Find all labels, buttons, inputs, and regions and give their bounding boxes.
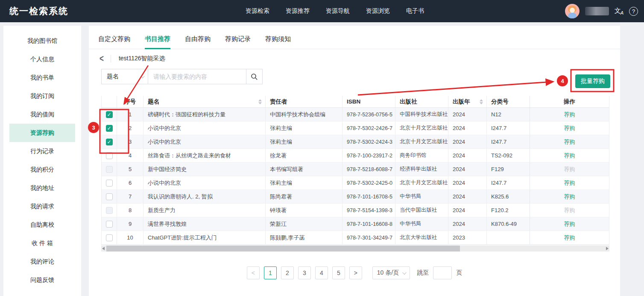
sidebar-item-1[interactable]: 个人信息 xyxy=(3,50,81,68)
recommend-link[interactable]: 荐购 xyxy=(564,234,575,242)
sort-icon[interactable] xyxy=(480,99,483,104)
recommend-link[interactable]: 荐购 xyxy=(564,152,575,160)
action-cell: 荐购 xyxy=(530,149,609,162)
topnav-item-1[interactable]: 资源推荐 xyxy=(286,7,310,15)
page-button-4[interactable]: 4 xyxy=(315,266,328,279)
table-body: 1磅礴时代：强国征程的科技力量中国科学技术协会组编978-7-5236-0756… xyxy=(102,108,609,245)
action-cell: 荐购 xyxy=(530,163,609,176)
col-header-label-6: 分类号 xyxy=(491,98,509,106)
cell-author: 陈颢鹏,李子菡 xyxy=(266,231,342,244)
row-checkbox[interactable] xyxy=(106,139,113,145)
tab-3[interactable]: 荐购记录 xyxy=(225,35,251,49)
page-button-2[interactable]: 2 xyxy=(281,266,294,279)
user-avatar[interactable] xyxy=(565,4,580,18)
search-input[interactable] xyxy=(148,69,246,84)
sidebar-item-5[interactable]: 资源荐购 xyxy=(9,124,75,142)
row-checkbox[interactable] xyxy=(106,234,113,241)
topnav-item-2[interactable]: 资源导航 xyxy=(326,7,350,15)
help-icon[interactable]: ? xyxy=(629,7,638,16)
avatar-body xyxy=(568,13,577,18)
topnav-item-0[interactable]: 资源检索 xyxy=(246,7,269,15)
sidebar-item-10[interactable]: 自助离校 xyxy=(3,216,81,234)
sidebar-item-6[interactable]: 行为记录 xyxy=(3,142,81,160)
sidebar-item-0[interactable]: 我的图书馆 xyxy=(3,32,81,50)
cell-author: 张莉主编 xyxy=(266,135,342,148)
page-button-1[interactable]: 1 xyxy=(264,266,277,279)
sidebar-item-12[interactable]: 我的评论 xyxy=(3,252,81,271)
recommend-link[interactable]: 荐购 xyxy=(564,111,575,118)
sort-icon[interactable] xyxy=(258,99,262,104)
select-all-cell xyxy=(102,96,117,107)
cell-year: 2024 xyxy=(448,149,487,162)
recommend-link[interactable]: 荐购 xyxy=(564,220,575,228)
sidebar-item-9[interactable]: 我的请求 xyxy=(3,197,81,216)
avatar-face xyxy=(570,8,575,13)
tab-1[interactable]: 书目推荐 xyxy=(145,35,170,49)
tab-4[interactable]: 荐购须知 xyxy=(265,35,291,49)
topnav-item-3[interactable]: 资源浏览 xyxy=(366,7,390,15)
cell-no: 4 xyxy=(117,149,143,162)
action-cell: 荐购 xyxy=(530,190,609,203)
cell-no: 5 xyxy=(117,163,143,176)
sidebar-item-7[interactable]: 我的积分 xyxy=(3,160,81,179)
scroll-left-icon[interactable] xyxy=(102,247,105,250)
sidebar-item-11[interactable]: 收 件 箱 xyxy=(3,234,81,252)
cell-title: 新中国经济简史 xyxy=(143,163,266,176)
cell-no: 3 xyxy=(117,135,143,148)
table-row: 6小说中的北京张莉主编978-7-5302-2425-0北京十月文艺出版社202… xyxy=(102,176,609,190)
language-switch-icon[interactable]: 文A xyxy=(615,7,624,15)
tab-0[interactable]: 自定义荐购 xyxy=(98,35,130,49)
cell-isbn: 978-7-5154-1398-3 xyxy=(342,204,395,217)
scrollbar-thumb[interactable] xyxy=(106,246,460,252)
recommend-link[interactable]: 荐购 xyxy=(564,124,575,132)
sidebar-item-3[interactable]: 我的订阅 xyxy=(3,87,81,105)
cell-title: 丝路食语：从丝绸之路走来的食材 xyxy=(143,149,266,162)
sidebar-item-8[interactable]: 我的地址 xyxy=(3,179,81,197)
page-size-select[interactable]: 10 条/页 xyxy=(372,266,410,279)
col-header-1[interactable]: 题名 xyxy=(143,96,266,107)
col-header-label-2: 责任者 xyxy=(270,98,287,106)
topnav-item-4[interactable]: 电子书 xyxy=(406,7,424,15)
cell-publisher: 经济科学出版社 xyxy=(395,163,448,176)
table-row: 8新质生产力钟瑛著978-7-5154-1398-3当代中国出版社2024F12… xyxy=(102,204,609,217)
cell-title: 小说中的北京 xyxy=(143,135,266,148)
cell-class_no: I247.7 xyxy=(487,135,530,148)
jump-page-input[interactable] xyxy=(433,266,452,279)
sort-down-icon xyxy=(258,102,262,104)
col-header-label-1: 题名 xyxy=(148,98,159,106)
cell-year: 2024 xyxy=(448,176,487,189)
col-header-5[interactable]: 出版年 xyxy=(448,96,487,107)
row-checkbox[interactable] xyxy=(106,207,113,214)
batch-recommend-button[interactable]: 批量荐购 xyxy=(575,74,610,88)
recommend-link[interactable]: 荐购 xyxy=(564,193,575,201)
scroll-right-icon[interactable] xyxy=(606,247,609,250)
tab-2[interactable]: 自由荐购 xyxy=(185,35,211,49)
row-checkbox[interactable] xyxy=(106,166,113,173)
table-row: 1磅礴时代：强国征程的科技力量中国科学技术协会组编978-7-5236-0756… xyxy=(102,108,609,121)
cell-class_no: F120.2 xyxy=(487,204,530,217)
back-button[interactable]: < xyxy=(100,53,104,64)
row-checkbox[interactable] xyxy=(106,193,113,200)
row-checkbox[interactable] xyxy=(106,221,113,228)
search-field-select[interactable]: 题名 xyxy=(101,69,148,84)
next-page-button[interactable]: > xyxy=(349,266,362,279)
row-checkbox[interactable] xyxy=(106,180,113,186)
row-checkbox[interactable] xyxy=(106,152,113,159)
row-checkbox[interactable] xyxy=(106,111,113,118)
recommend-link[interactable]: 荐购 xyxy=(564,179,575,187)
sidebar-item-13[interactable]: 问题反馈 xyxy=(3,271,81,289)
cell-class_no: F129 xyxy=(487,163,530,176)
search-button[interactable] xyxy=(246,69,263,84)
horizontal-scrollbar[interactable] xyxy=(101,246,609,252)
tab-bar: 自定义荐购书目推荐自由荐购荐购记录荐购须知 xyxy=(89,26,620,49)
table-row: 2小说中的北京张莉主编978-7-5302-2426-7北京十月文艺出版社202… xyxy=(102,121,609,135)
row-checkbox[interactable] xyxy=(106,125,113,132)
prev-page-button: < xyxy=(247,266,260,279)
sidebar-item-4[interactable]: 我的借阅 xyxy=(3,105,81,124)
cell-no: 10 xyxy=(117,231,143,244)
page-button-5[interactable]: 5 xyxy=(332,266,345,279)
recommend-link[interactable]: 荐购 xyxy=(564,138,575,146)
sidebar-item-2[interactable]: 我的书单 xyxy=(3,68,81,87)
page-button-3[interactable]: 3 xyxy=(298,266,311,279)
cell-title: 我认识的唐朝诗人. 2, 暂拟 xyxy=(143,190,266,203)
